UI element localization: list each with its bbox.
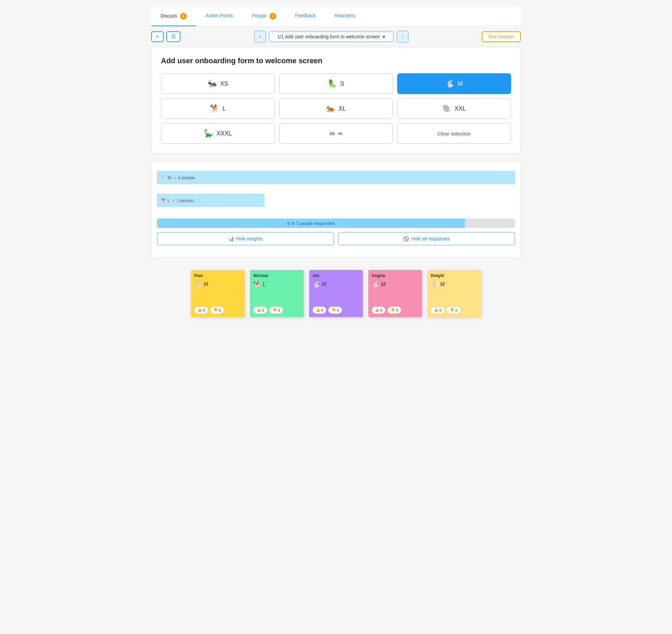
sticky-dwight-content: 🐇 M [431,281,478,288]
xl-emoji: 🐅 [326,104,335,113]
sticky-dwight-name: Dwight [431,273,478,278]
nav-center: ‹ 1/1 Add user onboarding form to welcom… [183,30,479,43]
bar-row-m: 🐇 M → 4 people [157,167,515,188]
sticky-pam: Pam 🐇 M 👍 0 👎 0 [191,270,245,317]
top-nav: Discuss 6 Action Points People 7 Feedbac… [151,7,521,27]
pam-thumbsdown[interactable]: 👎 0 [210,307,224,314]
size-xl-button[interactable]: 🐅 XL [279,98,393,119]
bar-container-l: 🐕 L → 1 person [157,194,515,207]
nav-prev-button[interactable]: ‹ [254,30,266,43]
size-m-button[interactable]: 🐇 M [397,73,511,94]
discuss-badge: 6 [180,13,187,20]
bar-l-label: 🐕 L → 1 person [161,198,194,203]
menu-icon: ☰ [171,33,176,39]
michael-thumbsup[interactable]: 👍 0 [253,307,267,314]
size-xs-button[interactable]: 🐜 XS [161,73,275,94]
sticky-michael-name: Michael [253,273,301,278]
bar-fill-l: 🐕 L → 1 person [157,194,264,207]
sticky-pam-name: Pam [194,273,241,278]
bar-chart-icon: 📊 [228,236,234,241]
sticky-angela-emoji: 🐇 [371,281,379,288]
sticky-michael-reactions: 👍 0 👎 0 [253,303,301,314]
sticky-michael-emoji: 🐕 [253,281,261,288]
sticky-michael: Michael 🐕 L 👍 0 👎 0 [250,270,304,317]
add-button[interactable]: + [151,31,164,42]
m-emoji: 🐇 [445,79,454,88]
sticky-jim-content: 🐇 M [312,281,360,288]
sticky-dwight-size: M [440,281,445,287]
sticky-dwight-emoji: 🐇 [431,281,438,288]
sticky-dwight-reactions: 👍 0 👎 0 [431,303,478,314]
eye-off-icon: 🚫 [403,236,409,241]
tab-action-points[interactable]: Action Points [196,7,243,26]
sticky-angela-reactions: 👍 0 👎 0 [371,303,419,314]
size-grid: 🐜 XS 🦜 S 🐇 M 🐕 L 🐅 XL [161,73,511,144]
l-emoji: 🐕 [210,104,219,113]
sticky-jim-reactions: 👍 0 👎 0 [312,303,360,314]
action-buttons: 📊 Hide insights 🚫 Hide all responses [157,232,515,245]
sticky-jim: Jim 🐇 M 👍 0 👎 0 [309,270,363,317]
nav-next-button[interactable]: › [397,30,409,43]
sticky-dwight: Dwight 🐇 M 👍 0 👎 0 [427,270,481,317]
size-xxxl-button[interactable]: 🦕 XXXL [161,123,275,144]
toolbar: + ☰ ‹ 1/1 Add user onboarding form to we… [151,27,521,47]
people-badge: 7 [269,13,276,20]
results-section: 🐇 M → 4 people 🐕 L → 1 person 6 of 7 peo… [151,162,521,258]
size-inf-button[interactable]: ∞ ∞ [279,123,393,144]
tab-reactions[interactable]: Reactions [325,7,365,26]
response-bar-fill: 6 of 7 people responded [157,218,465,228]
clear-selection-button[interactable]: Clear selection [397,123,511,144]
bar-row-l: 🐕 L → 1 person [157,190,515,210]
sticky-michael-size: L [263,281,266,287]
hide-responses-button[interactable]: 🚫 Hide all responses [338,232,515,245]
dropdown-icon: ▾ [383,34,385,39]
sticky-pam-emoji: 🐇 [194,281,201,288]
bar-container-m: 🐇 M → 4 people [157,171,515,184]
tab-feedback[interactable]: Feedback [286,7,325,26]
pam-thumbsup[interactable]: 👍 0 [194,307,208,314]
sticky-michael-content: 🐕 L [253,281,301,288]
card-title: Add user onboarding form to welcome scre… [161,56,511,65]
sticky-angela-content: 🐇 M [371,281,419,288]
size-xxl-button[interactable]: 🐘 XXL [397,98,511,119]
dwight-thumbsup[interactable]: 👍 0 [431,307,445,314]
dwight-thumbsdown[interactable]: 👎 0 [447,307,460,314]
sticky-pam-size: M [203,281,208,287]
bar-m-label: 🐇 M → 4 people [161,175,195,180]
sticky-pam-reactions: 👍 0 👎 0 [194,303,241,314]
sticky-angela: Angela 🐇 M 👍 0 👎 0 [368,270,422,317]
size-l-button[interactable]: 🐕 L [161,98,275,119]
chevron-left-icon: ‹ [259,33,261,40]
size-s-button[interactable]: 🦜 S [279,73,393,94]
sticky-jim-name: Jim [312,273,360,278]
angela-thumbsup[interactable]: 👍 0 [371,307,385,314]
xxl-emoji: 🐘 [442,104,451,113]
jim-thumbsup[interactable]: 👍 0 [312,307,326,314]
response-bar: 6 of 7 people responded [157,218,515,228]
s-emoji: 🦜 [328,79,337,88]
bar-fill-m: 🐇 M → 4 people [157,171,515,184]
tab-discuss[interactable]: Discuss 6 [151,7,196,26]
sticky-angela-name: Angela [371,273,419,278]
menu-button[interactable]: ☰ [166,31,181,42]
nav-label[interactable]: 1/1 Add user onboarding form to welcome … [269,31,394,42]
sticky-angela-size: M [381,281,385,287]
inf-emoji: ∞ [330,129,335,138]
stickies-row: Pam 🐇 M 👍 0 👎 0 Michael 🐕 L [151,263,521,320]
jim-thumbsdown[interactable]: 👎 0 [328,307,342,314]
xxxl-emoji: 🦕 [204,129,213,138]
end-session-button[interactable]: End session [482,31,521,42]
michael-thumbsdown[interactable]: 👎 0 [269,307,283,314]
tab-people[interactable]: People 7 [243,7,286,26]
hide-insights-button[interactable]: 📊 Hide insights [157,232,334,245]
sticky-jim-emoji: 🐇 [312,281,320,288]
chevron-right-icon: › [402,33,403,40]
xs-emoji: 🐜 [208,79,217,88]
main-card: Add user onboarding form to welcome scre… [151,47,521,154]
angela-thumbsdown[interactable]: 👎 0 [387,307,401,314]
sticky-pam-content: 🐇 M [194,281,241,288]
sticky-jim-size: M [322,281,326,287]
